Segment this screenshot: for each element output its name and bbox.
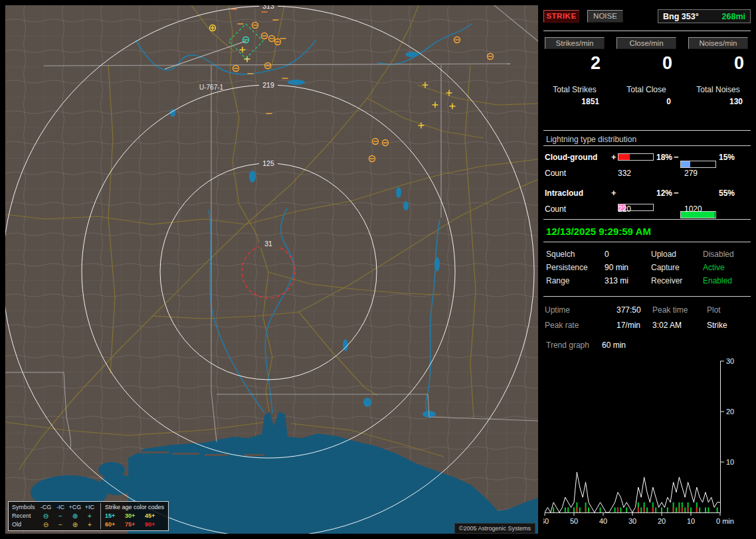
age-45: 45+ (145, 512, 165, 520)
total-strikes-value: 1851 (545, 97, 605, 106)
legend-col-pos-ic: +IC (82, 503, 97, 512)
trend-intracloud-bar (655, 507, 656, 512)
trend-intracloud-bar (708, 507, 709, 512)
trend-cloud-ground-bar (638, 507, 639, 512)
noises-per-min-column: Noises/min 0 Total Noises 130 (688, 37, 748, 106)
uptime-label: Uptime (545, 305, 570, 315)
capture-status: Active (703, 263, 725, 272)
strikes-per-min-column: Strikes/min 2 Total Strikes 1851 (545, 37, 605, 106)
legend-old-label: Old (12, 520, 39, 529)
map-canvas[interactable]: 31321912531 U-767-1 (5, 5, 538, 534)
trend-cloud-ground-bar (696, 507, 698, 512)
trend-intracloud-bar (690, 507, 692, 512)
trend-window-value: 60 min (602, 341, 626, 350)
squelch-label: Squelch (546, 250, 575, 259)
trend-cloud-ground-bar (682, 507, 683, 512)
trend-cloud-ground-bar (617, 507, 618, 512)
ring-distance-label: 31 (264, 240, 272, 248)
plot-value: Strike (707, 321, 727, 330)
persistence-value: 90 min (605, 263, 628, 272)
cloud-ground-label: Cloud-ground (545, 153, 597, 162)
trend-cloud-ground-bar (644, 507, 645, 512)
trend-x-tick-label: 10 (687, 517, 695, 525)
trend-cloud-ground-bar (652, 507, 654, 512)
trend-intracloud-bar (565, 507, 566, 512)
close-per-min-button[interactable]: Close/min (616, 37, 676, 49)
divider (543, 130, 751, 131)
trend-intracloud-bar (614, 507, 616, 512)
strikes-per-min-button[interactable]: Strikes/min (545, 37, 605, 49)
age-75: 75+ (125, 520, 145, 529)
trend-x-tick-label: 40 (599, 517, 607, 525)
trend-intracloud-bar (705, 507, 706, 512)
cg-minus-pct: 15% (719, 153, 735, 162)
bearing-display: Bng 353° 268mi (658, 9, 751, 23)
ring-distance-label: 125 (262, 159, 274, 167)
ring-distance-label: 219 (262, 81, 274, 89)
receiver-label: Receiver (651, 276, 682, 285)
trend-cloud-ground-bar (673, 507, 674, 512)
noises-per-min-button[interactable]: Noises/min (688, 37, 748, 49)
ic-count-label: Count (545, 204, 566, 214)
circle-plus-icon: ⊕ (68, 520, 82, 529)
trend-x-tick-label: 20 (658, 517, 666, 525)
ic-plus-pct: 12% (656, 189, 672, 198)
age-90: 90+ (145, 520, 165, 529)
peak-rate-value: 17/min (616, 321, 640, 330)
trend-cloud-ground-bar (576, 507, 577, 512)
trend-cloud-ground-bar (688, 507, 689, 512)
nexstorm-window: 31321912531 U-767-1 Symbols -CG -IC +CG … (0, 0, 756, 539)
trend-intracloud-bar (567, 507, 569, 512)
strikes-per-min-value: 2 (545, 52, 605, 74)
age-15: 15+ (105, 512, 125, 520)
total-close-value: 0 (616, 97, 676, 106)
map-area[interactable]: 31321912531 U-767-1 Symbols -CG -IC +CG … (5, 5, 538, 534)
trend-intracloud-bar (553, 507, 554, 512)
divider (543, 296, 751, 297)
range-value: 313 mi (605, 276, 628, 285)
divider (543, 219, 751, 220)
datetime-display: 12/13/2025 9:29:59 AM (546, 226, 651, 237)
trend-intracloud-bar (626, 507, 627, 512)
trend-intracloud-bar (699, 507, 700, 512)
noise-toggle-button[interactable]: NOISE (587, 10, 623, 23)
trend-y-tick-label: 20 (726, 408, 734, 416)
close-per-min-column: Close/min 0 Total Close 0 (616, 37, 676, 106)
legend-col-neg-ic: -IC (53, 503, 68, 512)
trend-graph: 6050403020100 min102030 (543, 354, 751, 534)
cg-plus-bar (618, 153, 654, 161)
circle-plus-icon: ⊕ (68, 512, 82, 520)
trend-intracloud-bar (661, 507, 662, 512)
divider (543, 31, 751, 31)
persistence-label: Persistence (546, 263, 588, 272)
trend-intracloud-bar (588, 507, 589, 512)
distance-value: 268mi (722, 12, 745, 21)
strike-toggle-button[interactable]: STRIKE (543, 10, 579, 23)
range-label: Range (546, 276, 569, 285)
trend-intracloud-bar (620, 507, 621, 512)
minus-icon: − (53, 512, 68, 520)
minus-sign: − (674, 188, 679, 198)
ring-distance-label: 313 (262, 5, 274, 10)
divider (543, 145, 751, 146)
capture-label: Capture (651, 263, 680, 272)
legend-age-title: Strike age color codes (105, 503, 165, 512)
trend-x-tick-label: 0 min (716, 517, 734, 525)
trend-intracloud-bar (717, 507, 718, 512)
total-noises-label: Total Noises (688, 85, 748, 94)
distribution-title: Lightning type distribution (546, 135, 636, 144)
legend-col-neg-cg: -CG (39, 503, 53, 512)
legend-recent-label: Recent (12, 512, 39, 520)
ic-minus-count: 1020 (684, 204, 702, 214)
trend-intracloud-bar (573, 507, 575, 512)
uptime-value: 377:50 (616, 305, 641, 315)
trend-cloud-ground-bar (585, 507, 587, 512)
trend-intracloud-bar (600, 507, 601, 512)
upload-label: Upload (651, 250, 676, 259)
trend-graph-label: Trend graph (546, 341, 589, 350)
trend-intracloud-bar (579, 507, 581, 512)
trend-x-tick-label: 50 (570, 517, 578, 525)
total-close-label: Total Close (616, 85, 676, 94)
trend-y-tick-label: 10 (726, 458, 734, 466)
age-60: 60+ (105, 520, 125, 529)
